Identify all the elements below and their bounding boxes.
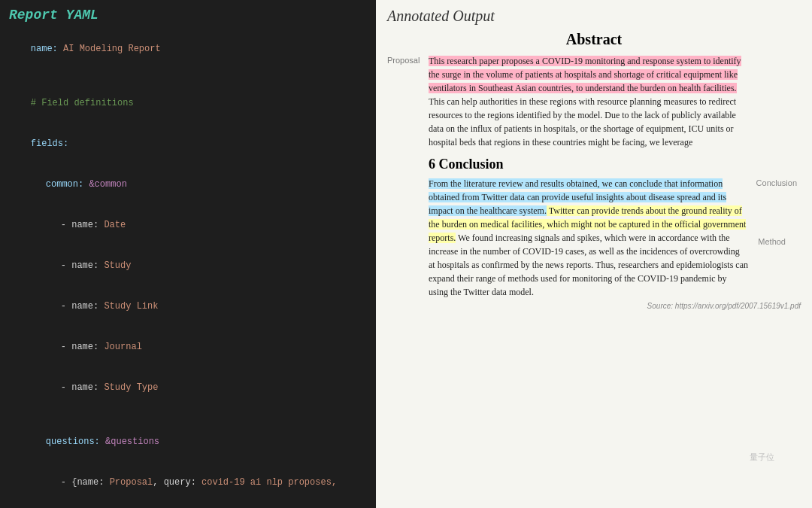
yaml-study-link: - name: Study Link (9, 286, 367, 327)
conclusion-normal-text: We found increasing signals and spikes, … (429, 233, 748, 297)
method-label: Method (758, 237, 786, 246)
yaml-blank2 (9, 408, 367, 421)
yaml-fields-key: fields: (9, 123, 367, 164)
source-text: Source: https://arxiv.org/pdf/2007.15619… (387, 302, 801, 310)
right-panel: Annotated Output Abstract Proposal This … (376, 0, 812, 508)
conclusion-label: Conclusion (756, 178, 797, 187)
abstract-normal-text: This can help authorities in these regio… (429, 96, 736, 148)
yaml-proposal-line2: question: What is proposed, snippet: tru… (9, 503, 367, 508)
conclusion-heading: 6 Conclusion (429, 157, 748, 172)
conclusion-container: Conclusion Method From the literature re… (429, 177, 748, 299)
left-panel: Report YAML name: AI Modeling Report # F… (0, 0, 376, 508)
conclusion-body: From the literature review and results o… (429, 177, 748, 299)
yaml-line: name: AI Modeling Report (9, 29, 367, 69)
proposal-label: Proposal (387, 56, 420, 65)
abstract-container: Proposal This research paper proposes a … (429, 54, 748, 149)
yaml-proposal-line1: - {name: Proposal, query: covid-19 ai nl… (9, 462, 367, 503)
yaml-study-type: - name: Study Type (9, 367, 367, 408)
yaml-title: Report YAML (9, 8, 367, 23)
conclusion-section: 6 Conclusion Conclusion Method From the … (429, 157, 748, 299)
yaml-study: - name: Study (9, 245, 367, 286)
watermark: 量子位 (750, 452, 774, 463)
yaml-comment: # Field definitions (9, 83, 367, 123)
yaml-common: common: &common (9, 164, 367, 205)
yaml-date: - name: Date (9, 205, 367, 245)
yaml-journal: - name: Journal (9, 327, 367, 367)
abstract-section: Proposal This research paper proposes a … (429, 54, 748, 149)
highlighted-proposal-text: This research paper proposes a COVID-19 … (429, 56, 741, 93)
annotated-title: Annotated Output (387, 8, 801, 25)
abstract-heading: Abstract (387, 31, 801, 48)
yaml-blank (9, 69, 367, 83)
abstract-body: This research paper proposes a COVID-19 … (429, 54, 748, 149)
yaml-questions: questions: &questions (9, 421, 367, 462)
